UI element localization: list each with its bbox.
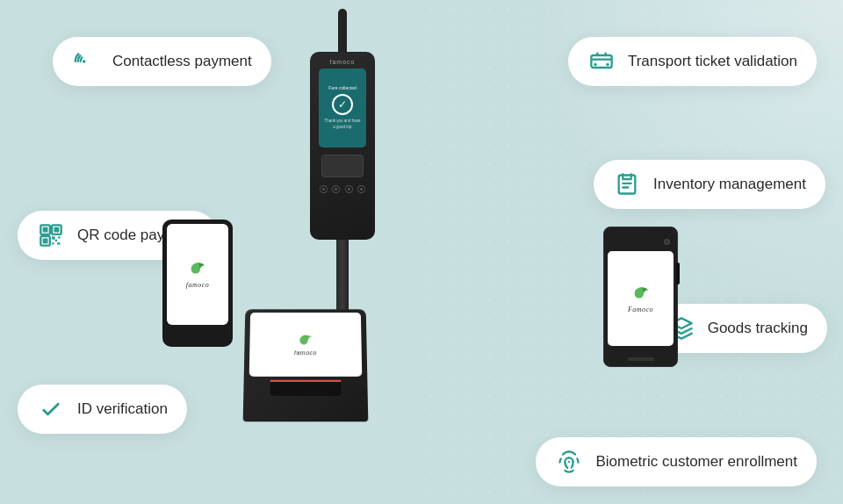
- goods-label: Goods tracking: [708, 320, 808, 337]
- svg-point-0: [83, 60, 86, 63]
- side-button: [676, 263, 680, 284]
- transport-icon: [587, 47, 616, 76]
- terminal-printer: [270, 380, 342, 396]
- svg-rect-8: [54, 227, 60, 233]
- phone-left-brand: famoco: [186, 281, 210, 289]
- badge-inventory: Inventory management: [594, 160, 825, 209]
- validator-checkmark: ✓: [332, 94, 353, 115]
- validator-card-reader: [321, 155, 364, 177]
- famoco-logo-right: [631, 284, 651, 300]
- qr-icon: [37, 221, 65, 249]
- transport-label: Transport ticket validation: [628, 53, 797, 70]
- biometric-icon: [555, 448, 583, 476]
- bottom-port: [628, 357, 654, 361]
- validator-screen-text-bottom: Thank you and have a good trip: [324, 119, 361, 130]
- terminal-screen: famoco: [249, 313, 363, 377]
- validator-screen: Fare collected ✓ Thank you and have a go…: [319, 68, 366, 148]
- phone-right-screen: Famoco: [608, 251, 674, 346]
- famoco-logo-terminal: [297, 333, 314, 346]
- validator-screen-text-top: Fare collected: [328, 85, 356, 90]
- badge-biometric: Biometric customer enrollment: [536, 437, 817, 486]
- svg-point-2: [594, 63, 597, 67]
- inventory-icon: [613, 170, 641, 198]
- badge-contactless-payment: Contactless payment: [53, 37, 271, 86]
- camera-dot: [664, 239, 670, 245]
- contactless-label: Contactless payment: [112, 53, 252, 70]
- validator-brand: famoco: [330, 59, 356, 65]
- phone-right-brand: Famoco: [628, 306, 653, 313]
- validator-antenna: [338, 9, 347, 52]
- phone-right-top: [607, 232, 674, 251]
- device-phone-right: Famoco: [603, 227, 678, 367]
- badge-transport: Transport ticket validation: [568, 37, 817, 86]
- id-icon: [37, 395, 65, 423]
- svg-rect-1: [591, 55, 611, 68]
- device-terminal: famoco: [243, 309, 369, 421]
- device-validator: famoco Fare collected ✓ Thank you and ha…: [307, 9, 378, 334]
- contactless-icon: [72, 47, 100, 76]
- validator-body: famoco Fare collected ✓ Thank you and ha…: [310, 52, 375, 240]
- terminal-brand: famoco: [294, 349, 317, 356]
- badge-id-verification: ID verification: [18, 385, 187, 434]
- inventory-label: Inventory management: [653, 176, 806, 193]
- id-label: ID verification: [77, 400, 168, 418]
- phone-left-screen: famoco: [167, 224, 228, 325]
- svg-rect-10: [43, 239, 48, 244]
- scene: Contactless payment Transport ticket val…: [0, 0, 843, 504]
- famoco-logo-left: [188, 260, 207, 276]
- svg-rect-6: [43, 227, 48, 233]
- validator-nfc-indicator: ⦿ ⦿ ⦿ ⦿: [319, 184, 365, 195]
- biometric-label: Biometric customer enrollment: [595, 453, 797, 471]
- svg-point-3: [606, 63, 609, 67]
- device-phone-left: famoco: [162, 220, 233, 347]
